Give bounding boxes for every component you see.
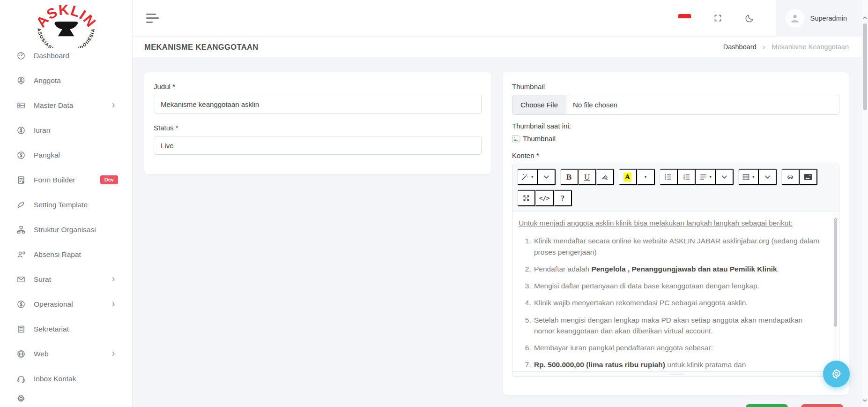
code-icon: </> <box>539 195 550 202</box>
money-icon <box>16 299 26 309</box>
sidebar-item-surat[interactable]: Surat <box>0 267 132 292</box>
ordered-list-icon: 123 <box>683 173 690 181</box>
rich-text-editor: ▾BUA▾123▾▾ </>? Untuk menjadi anggota as… <box>512 164 839 377</box>
language-flag-icon[interactable] <box>678 14 691 23</box>
paragraph-button[interactable]: ▾ <box>696 169 716 185</box>
underline-icon: U <box>584 173 590 182</box>
breadcrumb-current: Mekanisme Keanggotaan <box>772 43 849 51</box>
svg-text:3: 3 <box>683 178 684 181</box>
picture-button[interactable] <box>800 169 817 185</box>
expand-icon <box>522 194 530 202</box>
broken-image-icon <box>512 135 521 143</box>
style-more-button[interactable] <box>538 169 556 185</box>
sidebar-item-iuran[interactable]: Iuran <box>0 118 132 143</box>
sidebar-item-label: Struktur Organisasi <box>34 226 96 234</box>
dark-mode-moon-icon[interactable] <box>744 13 756 24</box>
choose-file-button[interactable]: Choose File <box>512 95 566 114</box>
money-icon <box>16 125 26 135</box>
sidebar-item-partial[interactable] <box>0 391 132 403</box>
asklin-logo[interactable]: ASKLIN ASOSIASI KLINIK INDONESIA <box>0 0 132 49</box>
table-button[interactable]: ▾ <box>739 169 759 185</box>
sidebar-item-dashboard[interactable]: Dashboard <box>0 43 132 68</box>
unordered-list-button[interactable] <box>660 169 678 185</box>
fullscreen-button[interactable] <box>518 190 535 206</box>
page-scrollbar[interactable] <box>861 0 868 407</box>
sidebar-item-label: Master Data <box>34 101 73 110</box>
sidebar-item-struktur-organisasi[interactable]: Struktur Organisasi <box>0 217 132 242</box>
sidebar-item-label: Inbox Kontak <box>34 375 76 383</box>
thumbnail-file-input[interactable]: Choose File No file chosen <box>512 95 839 115</box>
chevron-right-icon <box>110 276 117 283</box>
cancel-button[interactable] <box>801 404 843 407</box>
sidebar-item-setting-template[interactable]: Setting Template <box>0 192 132 217</box>
thumbnail-current-label: Thumbnail saat ini: <box>512 122 839 130</box>
sidebar-item-sekretariat[interactable]: Sekretariat <box>0 317 132 341</box>
question-icon: ? <box>561 194 565 203</box>
headset-icon <box>16 374 26 384</box>
judul-input[interactable] <box>154 95 482 113</box>
underline-button[interactable]: U <box>579 169 596 185</box>
chevron-down-icon <box>764 175 771 179</box>
help-button[interactable]: ? <box>554 190 572 206</box>
scroll-down-icon[interactable] <box>862 396 868 404</box>
ordered-list-button[interactable]: 123 <box>678 169 696 185</box>
code-view-button[interactable]: </> <box>535 190 554 206</box>
user-name: Superadmin <box>810 15 847 22</box>
detail-form-card: Judul * Status * <box>144 72 491 174</box>
editor-scrollbar-thumb[interactable] <box>834 220 837 327</box>
sidebar-menu: DashboardAnggotaMaster DataIuranPangkalF… <box>0 43 132 403</box>
scroll-up-icon[interactable] <box>862 13 868 22</box>
caret-down-icon: ▾ <box>531 175 534 179</box>
sidebar-item-anggota[interactable]: Anggota <box>0 68 132 93</box>
sidebar-item-inbox-kontak[interactable]: Inbox Kontak <box>0 366 132 391</box>
status-input[interactable] <box>154 136 482 155</box>
toolbar-group: ▾ <box>738 168 777 186</box>
toolbar-group: 123▾ <box>660 168 734 186</box>
storage-icon <box>16 100 26 110</box>
gear-icon <box>16 393 26 403</box>
page-title: MEKANISME KEANGGOTAAN <box>144 43 259 52</box>
building-icon <box>16 324 26 334</box>
editor-scrollbar[interactable] <box>833 212 838 371</box>
sidebar-item-web[interactable]: Web <box>0 341 132 366</box>
editor-list-item: Membayar iuran pangkal pendaftaran anggo… <box>533 342 825 353</box>
settings-fab-button[interactable] <box>823 361 850 387</box>
save-button[interactable] <box>746 404 788 407</box>
member-icon <box>16 75 26 85</box>
editor-heading: Untuk menjadi anggota asklin klinik bisa… <box>519 219 793 227</box>
bold-button[interactable]: B <box>561 169 579 185</box>
menu-toggle-icon[interactable] <box>146 14 159 23</box>
clear-format-button[interactable] <box>596 169 614 185</box>
asklin-logo-image: ASKLIN ASOSIASI KLINIK INDONESIA <box>30 1 102 48</box>
breadcrumb-separator: › <box>763 43 765 51</box>
editor-toolbar: ▾BUA▾123▾▾ </>? <box>512 164 839 211</box>
sidebar-item-form-builder[interactable]: Form BuilderDev <box>0 167 132 192</box>
dashboard-icon <box>16 51 26 60</box>
chevron-down-icon <box>543 175 549 179</box>
editor-resize-handle[interactable] <box>512 371 839 376</box>
font-color-button[interactable]: A <box>619 169 637 185</box>
app-window: ASKLIN ASOSIASI KLINIK INDONESIA Dashboa… <box>0 0 868 407</box>
page-scrollbar-thumb[interactable] <box>863 23 867 110</box>
chevron-down-icon <box>721 175 727 179</box>
sidebar-item-label: Form Builder <box>34 176 75 184</box>
font-color-more-button[interactable]: ▾ <box>637 169 655 185</box>
sidebar-item-absensi-rapat[interactable]: Absensi Rapat <box>0 242 132 267</box>
editor-content-area[interactable]: Untuk menjadi anggota asklin klinik bisa… <box>512 211 839 371</box>
eraser-icon <box>601 173 609 181</box>
sidebar-item-pangkal[interactable]: Pangkal <box>0 143 132 167</box>
paragraph-more-button[interactable] <box>716 169 734 185</box>
broken-image-alt-text: Thumbnail <box>523 135 556 143</box>
breadcrumb-dashboard-link[interactable]: Dashboard <box>723 43 757 51</box>
link-button[interactable] <box>782 169 800 185</box>
user-menu[interactable]: Superadmin <box>776 0 861 37</box>
caret-down-icon: ▾ <box>752 175 755 179</box>
editor-list-item: Klinik mendaftar secara online ke websit… <box>533 235 825 257</box>
style-button[interactable]: ▾ <box>518 169 538 185</box>
fullscreen-icon[interactable] <box>712 13 724 24</box>
sidebar-item-master-data[interactable]: Master Data <box>0 93 132 118</box>
sidebar-item-operasional[interactable]: Operasional <box>0 292 132 317</box>
table-more-button[interactable] <box>759 169 777 185</box>
chevron-right-icon <box>110 350 117 357</box>
caret-down-icon: ▾ <box>710 175 712 179</box>
